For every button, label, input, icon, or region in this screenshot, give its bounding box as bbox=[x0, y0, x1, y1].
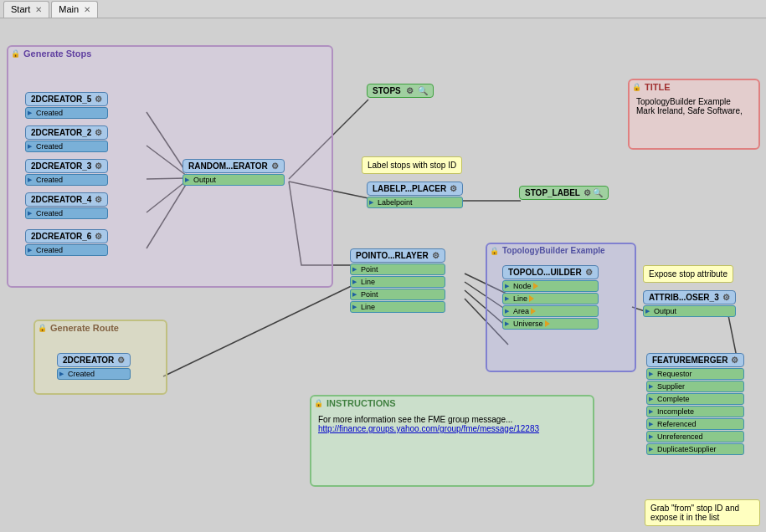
node-2dcreator2[interactable]: 2DCREATOR_2 ⚙ Created bbox=[25, 125, 108, 152]
gear-icon[interactable]: ⚙ bbox=[585, 268, 593, 277]
tab-main-close[interactable]: ✕ bbox=[84, 5, 90, 14]
group-generate-stops-title: Generate Stops bbox=[8, 47, 332, 60]
port-duplicate-supplier[interactable]: DuplicateSupplier bbox=[646, 443, 744, 455]
gear-icon[interactable]: ⚙ bbox=[95, 128, 102, 137]
group-title-box-title: TITLE bbox=[630, 80, 758, 94]
port-created-4[interactable]: Created bbox=[25, 207, 108, 219]
port-node[interactable]: Node bbox=[502, 280, 599, 292]
instructions-text: For more information see the FME group m… bbox=[311, 410, 593, 438]
tab-start-close[interactable]: ✕ bbox=[35, 5, 42, 14]
port-area[interactable]: Area bbox=[502, 305, 599, 317]
group-instructions: INSTRUCTIONS For more information see th… bbox=[310, 395, 594, 487]
port-referenced[interactable]: Referenced bbox=[646, 418, 744, 430]
node-attrib-oser3[interactable]: ATTRIB...OSER_3 ⚙ Output bbox=[643, 290, 736, 317]
node-featuremerger[interactable]: FEATUREMERGER ⚙ Requestor Supplier Compl… bbox=[646, 353, 744, 455]
port-created-3[interactable]: Created bbox=[25, 174, 108, 186]
port-created-route[interactable]: Created bbox=[57, 368, 131, 380]
note-expose-stop: Expose stop attribute bbox=[643, 265, 733, 283]
group-instructions-title: INSTRUCTIONS bbox=[311, 396, 593, 410]
group-title-box: TITLE TopologyBuilder ExampleMark Irelan… bbox=[628, 79, 760, 150]
port-point1[interactable]: Point bbox=[350, 263, 445, 275]
search-icon[interactable]: 🔍 bbox=[593, 188, 603, 197]
tab-main-label: Main bbox=[59, 4, 79, 14]
port-line1[interactable]: Line bbox=[350, 276, 445, 288]
gear-icon[interactable]: ⚙ bbox=[271, 161, 279, 171]
node-2dcreator-route[interactable]: 2DCREATOR ⚙ Created bbox=[57, 353, 131, 380]
node-2dcreator3[interactable]: 2DCREATOR_3 ⚙ Created bbox=[25, 159, 108, 186]
tab-start-label: Start bbox=[11, 4, 30, 14]
gear-icon[interactable]: ⚙ bbox=[406, 86, 414, 95]
node-2dcreator5[interactable]: 2DCREATOR_5 ⚙ Created bbox=[25, 92, 108, 119]
gear-icon[interactable]: ⚙ bbox=[95, 195, 102, 204]
note-grab-stop: Grab "from" stop ID and expose it in the… bbox=[645, 499, 760, 526]
port-universe[interactable]: Universe bbox=[502, 318, 599, 330]
search-icon[interactable]: 🔍 bbox=[418, 86, 428, 95]
gear-icon[interactable]: ⚙ bbox=[583, 188, 591, 197]
instructions-link[interactable]: http://finance.groups.yahoo.com/group/fm… bbox=[318, 424, 539, 433]
port-complete[interactable]: Complete bbox=[646, 393, 744, 405]
port-unreferenced[interactable]: Unreferenced bbox=[646, 431, 744, 442]
group-generate-route-title: Generate Route bbox=[35, 321, 166, 335]
node-labelp-placer[interactable]: LABELP...PLACER ⚙ Labelpoint bbox=[367, 182, 463, 208]
gear-icon[interactable]: ⚙ bbox=[731, 356, 738, 365]
port-created-2[interactable]: Created bbox=[25, 141, 108, 152]
gear-icon[interactable]: ⚙ bbox=[95, 161, 102, 171]
port-output-random[interactable]: Output bbox=[183, 174, 285, 186]
port-output-attrib[interactable]: Output bbox=[643, 305, 736, 317]
tab-bar: Start ✕ Main ✕ bbox=[0, 0, 766, 18]
gear-icon[interactable]: ⚙ bbox=[722, 293, 730, 302]
port-incomplete[interactable]: Incomplete bbox=[646, 406, 744, 417]
port-line2[interactable]: Line bbox=[350, 301, 445, 313]
group-topology-title: TopologyBuilder Example bbox=[487, 244, 635, 257]
node-2dcreator4[interactable]: 2DCREATOR_4 ⚙ Created bbox=[25, 192, 108, 219]
gear-icon[interactable]: ⚙ bbox=[95, 95, 102, 104]
node-topolo-uilder[interactable]: TOPOLO...UILDER ⚙ Node Line Area Univers… bbox=[502, 265, 599, 330]
port-requestor[interactable]: Requestor bbox=[646, 368, 744, 380]
node-pointo-rlayer[interactable]: POINTO...RLAYER ⚙ Point Line Point Line bbox=[350, 248, 445, 313]
gear-icon[interactable]: ⚙ bbox=[95, 232, 102, 241]
port-line-topo[interactable]: Line bbox=[502, 293, 599, 304]
node-2dcreator6[interactable]: 2DCREATOR_6 ⚙ Created bbox=[25, 229, 108, 256]
title-content: TopologyBuilder ExampleMark Ireland, Saf… bbox=[630, 94, 758, 119]
tab-start[interactable]: Start ✕ bbox=[3, 1, 49, 18]
tab-main[interactable]: Main ✕ bbox=[51, 1, 98, 18]
svg-line-14 bbox=[163, 282, 360, 376]
port-created-6[interactable]: Created bbox=[25, 244, 108, 256]
writer-stops[interactable]: STOPS ⚙ 🔍 bbox=[367, 84, 434, 98]
port-created-5[interactable]: Created bbox=[25, 107, 108, 119]
gear-icon[interactable]: ⚙ bbox=[450, 184, 457, 193]
note-label-stops: Label stops with stop ID bbox=[362, 156, 462, 174]
node-random-erator[interactable]: RANDOM...ERATOR ⚙ Output bbox=[183, 159, 285, 186]
port-labelpoint[interactable]: Labelpoint bbox=[367, 197, 463, 208]
port-point2[interactable]: Point bbox=[350, 289, 445, 300]
canvas: Generate Stops Generate Route TopologyBu… bbox=[0, 18, 766, 532]
writer-stop-label[interactable]: STOP_LABEL ⚙ 🔍 bbox=[519, 186, 609, 200]
port-supplier[interactable]: Supplier bbox=[646, 381, 744, 392]
gear-icon[interactable]: ⚙ bbox=[117, 356, 125, 365]
gear-icon[interactable]: ⚙ bbox=[432, 251, 440, 260]
